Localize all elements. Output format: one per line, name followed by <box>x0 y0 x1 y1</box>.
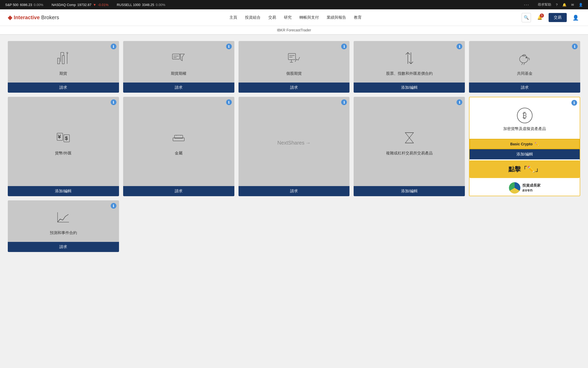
svg-text:¥: ¥ <box>58 134 61 139</box>
card-mutual-fund-body: 共同基金 <box>469 41 580 83</box>
card-ssf-label: 個股期貨 <box>286 71 302 76</box>
edit-pencil-icon[interactable]: ✏️ <box>535 142 539 146</box>
watermark-text: 投資成長家 <box>522 183 541 188</box>
ticker-sp500-symbol: S&P 500 <box>5 3 18 7</box>
complex-icon <box>402 130 417 148</box>
info-badge-futures[interactable]: ℹ <box>111 44 116 49</box>
search-button[interactable]: 🔍 <box>522 13 531 22</box>
main-content: ℹ 期貨 請求 <box>0 35 588 258</box>
card-forecast: ℹ 預測和事件合約 請求 <box>8 200 119 252</box>
trade-button[interactable]: 交易 <box>549 13 567 22</box>
logo-icon: ◆ <box>8 14 12 21</box>
card-forex-footer[interactable]: 添加/編輯 <box>8 186 119 196</box>
card-futures-options: ℹ 期貨期權 請求 <box>123 41 234 93</box>
ticker-nasdaq-arrow: ▼ <box>93 3 96 7</box>
ssf-icon <box>286 50 302 68</box>
notification-button[interactable]: 🔔 5 <box>535 13 544 22</box>
card-complex-label: 複雜或杠杆交易所交易產品 <box>386 151 433 156</box>
watermark-brand: aven <box>522 188 541 193</box>
sub-nav: IBKR ForecastTrader <box>0 26 588 35</box>
card-futures-options-footer[interactable]: 請求 <box>123 83 234 93</box>
subnav-forecasttrader[interactable]: IBKR ForecastTrader <box>277 28 311 32</box>
card-futures-label: 期貨 <box>59 71 67 76</box>
nav-education[interactable]: 教育 <box>354 13 362 22</box>
logo-text-brokers: Brokers <box>41 15 59 21</box>
ticker-more-button[interactable]: ··· <box>524 2 529 8</box>
futures-icon <box>55 50 71 68</box>
help-label[interactable]: 尋求幫助 <box>538 2 551 7</box>
nav-trade[interactable]: 交易 <box>268 13 276 22</box>
main-nav: 主頁 投資組合 交易 研究 轉帳與支付 業績與報告 教育 <box>69 13 522 22</box>
card-nextshares-footer[interactable]: 請求 <box>239 186 350 196</box>
bitcoin-icon: ₿ <box>517 108 533 123</box>
logo-text-interactive: Interactive <box>14 15 40 21</box>
futures-options-icon <box>171 50 186 68</box>
card-watermark: 投資成長家 aven <box>470 179 580 196</box>
nav-performance[interactable]: 業績與報告 <box>327 13 346 22</box>
info-badge-metals[interactable]: ℹ <box>226 99 232 105</box>
card-futures: ℹ 期貨 請求 <box>8 41 119 93</box>
ticker-bar: S&P 500 6086.23 0.00% NASDAQ Comp 19732.… <box>0 0 588 9</box>
info-badge-futures-options[interactable]: ℹ <box>226 44 232 49</box>
metals-icon <box>171 130 186 148</box>
forex-icon: ¥ $ <box>55 130 71 148</box>
card-ssf-footer[interactable]: 請求 <box>239 83 350 93</box>
card-futures-footer[interactable]: 請求 <box>8 83 119 93</box>
ticker-nasdaq-symbol: NASDAQ Comp <box>52 3 76 7</box>
card-mutual-fund-label: 共同基金 <box>517 71 533 76</box>
card-crypto-add-edit[interactable]: 添加/編輯 <box>470 149 580 159</box>
card-forecast-body: 預測和事件合約 <box>8 200 119 242</box>
basic-crypto-label: Basic Crypto <box>510 142 533 146</box>
basic-crypto-row[interactable]: Basic Crypto ✏️ <box>470 139 580 149</box>
svg-point-14 <box>520 56 528 63</box>
card-cfd-footer[interactable]: 添加/編輯 <box>354 83 465 93</box>
help-icon[interactable]: ? <box>556 3 558 7</box>
cfd-icon <box>402 50 417 68</box>
info-badge-mutual-fund[interactable]: ℹ <box>572 44 578 49</box>
card-mutual-fund-footer[interactable]: 請求 <box>469 83 580 93</box>
cards-row-2: ℹ ¥ $ 貨幣/外匯 添加/編輯 ℹ <box>8 97 580 196</box>
tooltip-text: 點擊「✏️」 <box>508 166 541 173</box>
card-metals: ℹ 金屬 請求 <box>123 97 234 196</box>
notifications-icon[interactable]: 🔔 <box>562 3 566 7</box>
info-badge-crypto[interactable]: ℹ <box>571 100 577 106</box>
svg-rect-18 <box>523 56 525 56</box>
card-single-stock-futures: ℹ 個股期貨 請求 <box>239 41 350 93</box>
ticker-russell-symbol: RUSSELL 1000 <box>117 3 140 7</box>
info-badge-forex[interactable]: ℹ <box>111 99 116 105</box>
watermark-logo <box>509 182 520 194</box>
card-crypto-label: 加密貨幣及虛擬資產產品 <box>503 126 546 131</box>
info-badge-forecast[interactable]: ℹ <box>111 203 116 209</box>
nav-transfer[interactable]: 轉帳與支付 <box>299 13 319 22</box>
svg-rect-6 <box>172 54 180 59</box>
header-actions: 🔍 🔔 5 交易 👤 <box>522 13 580 22</box>
ticker-nasdaq: NASDAQ Comp 19732.87 ▼ -0.01% <box>52 3 109 7</box>
cards-row-3: ℹ 預測和事件合約 請求 <box>8 200 580 252</box>
card-forex: ℹ ¥ $ 貨幣/外匯 添加/編輯 <box>8 97 119 196</box>
mutual-fund-icon <box>517 50 533 68</box>
card-forex-label: 貨幣/外匯 <box>55 151 72 156</box>
ticker-sp500: S&P 500 6086.23 0.00% <box>5 3 43 7</box>
svg-line-17 <box>524 63 525 65</box>
nextshares-label: NextShares <box>277 140 305 146</box>
card-forecast-footer[interactable]: 請求 <box>8 242 119 252</box>
ticker-actions: 尋求幫助 ? 🔔 ✉ 👤 <box>538 2 583 7</box>
forecast-icon <box>55 210 71 227</box>
card-metals-footer[interactable]: 請求 <box>123 186 234 196</box>
card-cfd-body: 股票、指數和外匯差價合約 <box>354 41 465 83</box>
card-complex-footer[interactable]: 添加/編輯 <box>354 186 465 196</box>
card-nextshares-body: NextShares → <box>239 97 350 186</box>
user-icon[interactable]: 👤 <box>571 13 580 22</box>
account-icon[interactable]: 👤 <box>579 3 583 7</box>
messages-icon[interactable]: ✉ <box>571 3 574 7</box>
ticker-nasdaq-change: -0.01% <box>98 3 108 7</box>
card-metals-label: 金屬 <box>175 151 183 156</box>
svg-rect-0 <box>58 58 60 64</box>
nav-home[interactable]: 主頁 <box>229 13 237 22</box>
card-cfd-label: 股票、指數和外匯差價合約 <box>386 71 433 76</box>
nav-research[interactable]: 研究 <box>284 13 292 22</box>
ticker-sp500-change: 0.00% <box>34 3 43 7</box>
svg-point-15 <box>526 57 527 58</box>
ticker-nasdaq-value: 19732.87 <box>77 3 91 7</box>
nav-portfolio[interactable]: 投資組合 <box>245 13 261 22</box>
